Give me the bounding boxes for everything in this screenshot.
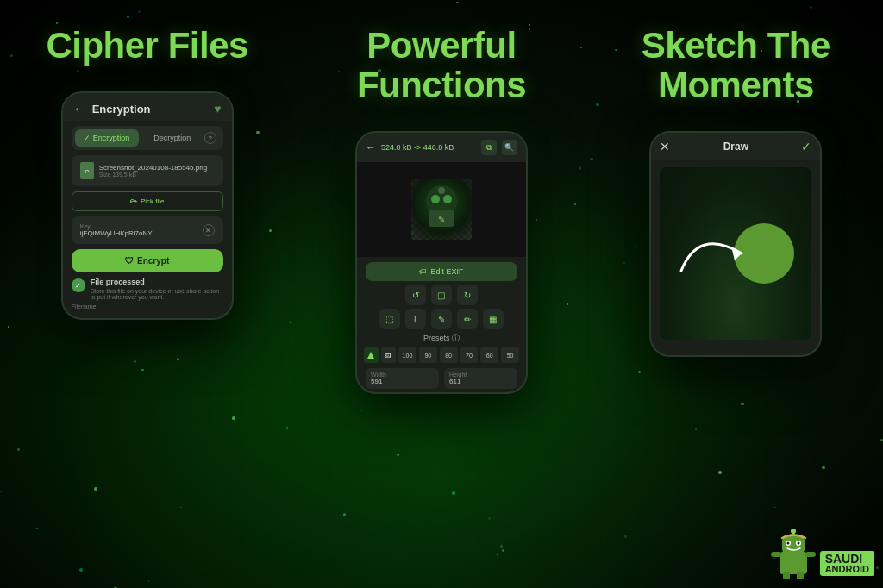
phone2-preset-50[interactable]: 50: [501, 347, 519, 363]
main-layout: Cipher Files ← Encryption ♥ ✓ Encryption…: [0, 0, 883, 588]
phone2-presets-row: 🖼 100 90 80 70 60 50: [364, 347, 519, 363]
phone2-rotate-right-icon[interactable]: ↻: [457, 285, 478, 305]
phone2-compare-icon[interactable]: ⧉: [481, 140, 497, 155]
phone2-grid-icon[interactable]: ▦: [483, 309, 504, 329]
svg-rect-11: [782, 536, 805, 554]
phone2-nav-icon[interactable]: [364, 347, 379, 363]
svg-point-14: [786, 542, 789, 545]
phone2-tools-row2: ⬚ ⌇ ✎ ✏ ▦: [366, 309, 517, 329]
phone2-dimensions: Width 591 Height 611: [366, 368, 517, 389]
phone-draw: ✕ Draw ✓: [649, 131, 822, 357]
phone1-header: ← Encryption ♥: [63, 93, 232, 121]
col-cipher-files: Cipher Files ← Encryption ♥ ✓ Encryption…: [0, 0, 294, 588]
svg-text:✎: ✎: [438, 215, 445, 224]
phone1-file-name: Screenshot_20240108-185545.png: [99, 164, 207, 172]
phone2-width-label: Width: [371, 372, 434, 378]
phone2-preset-100[interactable]: 100: [398, 347, 416, 363]
svg-point-17: [791, 529, 796, 534]
phone2-size-text: 524.0 kB -> 446.8 kB: [381, 143, 476, 152]
phone2-height-label: Height: [449, 372, 512, 378]
svg-rect-20: [771, 552, 781, 557]
phone2-preset-90[interactable]: 90: [419, 347, 437, 363]
phone2-preset-80[interactable]: 80: [440, 347, 458, 363]
phone1-file-icon: P: [80, 162, 94, 179]
svg-point-6: [438, 187, 445, 194]
headline-sketch-moments: Sketch The Moments: [589, 26, 883, 105]
phone1-folder-icon: 🗁: [130, 197, 137, 205]
phone2-adjust-icon[interactable]: ⌇: [405, 309, 426, 329]
headline-cipher-files: Cipher Files: [46, 26, 247, 66]
phone3-title: Draw: [670, 141, 801, 153]
phone2-image-icon[interactable]: 🖼: [381, 347, 396, 363]
phone2-image-preview: ✎: [411, 179, 472, 240]
phone1-key-box: Key ijEQiMWyUHKpRi7oNY ✕: [72, 216, 223, 244]
phone2-edit-exif-label: Edit EXIF: [430, 267, 463, 276]
phone2-height-val: 611: [449, 378, 512, 385]
phone3-canvas[interactable]: [660, 167, 811, 340]
phone2-back-icon[interactable]: ←: [366, 141, 376, 153]
phone1-success-row: ✓ File processed Store this file on your…: [72, 278, 223, 300]
phone2-preset-60[interactable]: 60: [480, 347, 498, 363]
phone1-success-sub: Store this file on your device or use sh…: [91, 288, 223, 300]
tab-encrypt-label: Encryption: [93, 134, 130, 142]
phone1-back-icon[interactable]: ←: [73, 102, 85, 116]
phone2-tag-icon: 🏷: [419, 267, 427, 276]
phone2-robot-svg: ✎: [420, 184, 463, 235]
svg-point-3: [431, 195, 440, 203]
phone2-edit-icon[interactable]: ✎: [431, 309, 452, 329]
col-powerful-functions: Powerful Functions ← 524.0 kB -> 446.8 k…: [294, 0, 588, 588]
phone1-heart-icon[interactable]: ♥: [214, 102, 221, 116]
phone1-help-icon[interactable]: ?: [204, 132, 216, 144]
phone2-checker-bg: ✎: [411, 179, 472, 240]
phone1-file-box: P Screenshot_20240108-185545.png Size 13…: [72, 155, 223, 186]
saudi-robot-icon: [769, 528, 817, 579]
phone2-header: ← 524.0 kB -> 446.8 kB ⧉ 🔍: [357, 133, 526, 162]
phone1-filename-label: Filename: [72, 303, 223, 310]
phone1-title: Encryption: [92, 103, 215, 116]
phone3-check-icon[interactable]: ✓: [801, 140, 811, 153]
phone2-pencil-icon[interactable]: ✏: [457, 309, 478, 329]
headline-powerful-functions: Powerful Functions: [294, 26, 588, 105]
col-sketch-moments: Sketch The Moments ✕ Draw ✓: [589, 0, 883, 588]
saudi-text-container: SAUDI ANDROID: [820, 551, 874, 579]
phone1-success-content: File processed Store this file on your d…: [91, 278, 223, 300]
svg-text:P: P: [85, 169, 89, 174]
phone-exif-editor: ← 524.0 kB -> 446.8 kB ⧉ 🔍: [355, 131, 528, 394]
phone3-close-icon[interactable]: ✕: [660, 140, 670, 153]
phone1-file-row: P Screenshot_20240108-185545.png Size 13…: [80, 162, 215, 179]
svg-marker-8: [367, 352, 374, 359]
phone1-key-value: ijEQiMWyUHKpRi7oNY: [80, 229, 199, 237]
phone2-tools-row1: ↺ ◫ ↻: [366, 285, 517, 305]
phone2-width-box: Width 591: [366, 368, 439, 389]
phone2-preset-70[interactable]: 70: [460, 347, 479, 363]
phone1-key-content: Key ijEQiMWyUHKpRi7oNY: [80, 223, 199, 237]
phone1-key-label: Key: [80, 223, 199, 229]
phone2-compare-view-icon[interactable]: ◫: [431, 285, 452, 305]
phone2-width-val: 591: [371, 378, 434, 385]
phone1-file-size: Size 139.5 kB: [99, 172, 207, 178]
phone1-pick-file-button[interactable]: 🗁 Pick file: [72, 191, 223, 211]
phone1-clear-key-button[interactable]: ✕: [203, 224, 215, 236]
phone1-encrypt-label: Encrypt: [137, 256, 169, 266]
saudi-text-top: SAUDI: [825, 553, 869, 565]
saudi-text-block: SAUDI ANDROID: [820, 551, 874, 576]
phone1-tab-encrypt[interactable]: ✓ Encryption: [75, 129, 139, 147]
phone2-rotate-left-icon[interactable]: ↺: [405, 285, 426, 305]
svg-point-4: [443, 195, 452, 203]
phone-encryption: ← Encryption ♥ ✓ Encryption Decryption ?: [61, 91, 234, 320]
phone1-success-icon: ✓: [72, 278, 85, 292]
phone2-presets-label: Presets ⓘ: [357, 333, 526, 344]
phone1-pick-label: Pick file: [141, 197, 165, 205]
phone1-encrypt-button[interactable]: 🛡 Encrypt: [72, 249, 223, 272]
phone1-success-text: File processed: [91, 278, 223, 286]
svg-rect-18: [783, 572, 790, 579]
phone2-crop-icon[interactable]: ⬚: [379, 309, 400, 329]
phone2-height-box: Height 611: [444, 368, 517, 389]
svg-rect-19: [797, 572, 804, 579]
svg-point-15: [797, 542, 799, 545]
phone3-bottom-space: [651, 347, 820, 355]
phone1-tab-decrypt[interactable]: Decryption: [141, 129, 204, 147]
tab-check-icon: ✓: [84, 134, 91, 142]
phone2-edit-exif-button[interactable]: 🏷 Edit EXIF: [366, 262, 517, 281]
phone2-search-icon[interactable]: 🔍: [502, 140, 517, 155]
